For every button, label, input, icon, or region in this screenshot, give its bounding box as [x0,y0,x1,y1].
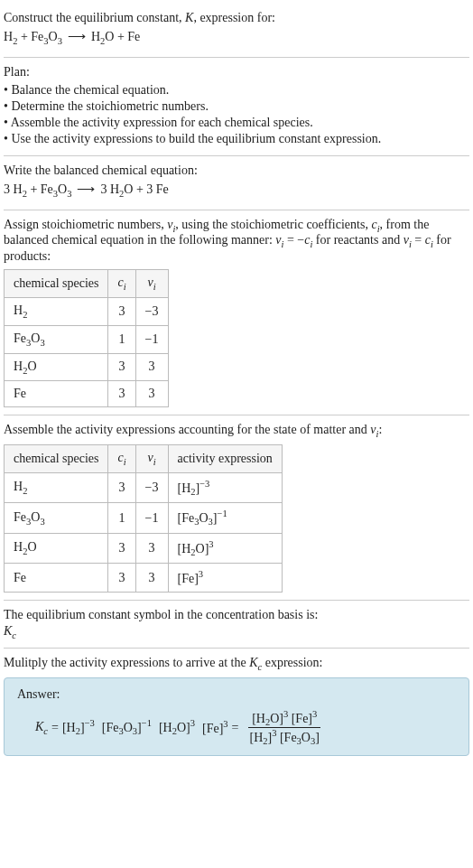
table-row: H2 3 −3 [5,297,169,325]
th2-vi-sub: i [153,457,156,467]
mult-text: Mulitply the activity expressions to arr… [4,656,469,672]
a-sp3c: O [27,540,36,554]
at4sup: 3 [223,719,227,729]
cell-species: Fe [5,564,108,593]
assign-section: Assign stoichiometric numbers, νi, using… [4,210,469,416]
b-r2bsub: 3 [67,189,71,199]
sp-h2o-h: H [14,359,23,373]
kc-sub: c [12,630,16,640]
stoich-table: chemical species ci νi H2 3 −3 Fe3O3 1 −… [4,269,169,407]
plan-section: Plan: • Balance the chemical equation. •… [4,58,469,156]
cell-vi: 3 [135,381,168,407]
th-species: chemical species [5,445,108,473]
assign-text: Assign stoichiometric numbers, νi, using… [4,218,469,265]
d2b: O [301,731,311,744]
a-sp2c: O [31,510,40,524]
balanced-section: Write the balanced chemical equation: 3 … [4,156,469,210]
assign-t1: Assign stoichiometric numbers, [4,218,167,231]
plan-item-2: • Determine the stoichiometric numbers. [4,99,469,114]
at3b: O] [177,721,190,734]
a4-sup: 3 [199,569,203,579]
arrow-icon: ⟶ [68,29,86,44]
assign-eq2b: = [412,233,425,247]
cell-species: H2O [5,533,108,563]
a-sp2a: Fe [14,510,26,524]
mult-k: K [249,656,257,669]
cell-vi: −1 [135,325,168,353]
plan-item-3: • Assemble the activity expression for e… [4,116,469,130]
ans-kc: Kc [35,720,48,736]
sp-osub: 3 [40,338,44,348]
multiply-section: Mulitply the activity expressions to arr… [4,649,469,764]
coef-1: 3 [4,182,14,196]
cell-species: Fe [5,381,108,407]
product-o: O [105,30,114,43]
table-row: Fe3O3 1 −1 [Fe3O3]−1 [5,503,283,533]
at2sup: −1 [142,718,152,728]
cell-species: H2 [5,297,108,325]
kc-equation: Kc = [H2]−3 [Fe3O3]−1 [H2O]3 [Fe]3 = [H2… [17,709,456,747]
sp-hsub: 2 [23,310,27,320]
at3sup: 3 [190,718,195,728]
cell-ci: 3 [108,353,135,381]
ans-eq: = [51,721,59,735]
mult-t2: expression: [262,656,322,669]
coef-2: 3 [100,182,110,196]
cell-vi: −3 [135,297,168,325]
cell-species: H2O [5,353,108,381]
table-row: Fe 3 3 [5,381,169,407]
sp-fe: Fe [14,331,26,345]
table-row: Fe3O3 1 −1 [5,325,169,353]
reactant-fe: Fe [31,30,43,43]
b-p2: Fe [156,182,169,196]
ans-eq2: = [232,721,239,735]
at3a: [H [159,721,172,734]
plus-2: + [114,30,127,43]
b-p1b: O [124,182,133,196]
a-sp1a: H [14,480,23,493]
at2b: O [124,721,133,734]
b-plus2: + [133,182,146,196]
d1a: [H [249,731,263,744]
table-row: H2O 3 3 [H2O]3 [5,533,283,563]
a-sp3a: H [14,540,23,554]
table-row: Fe 3 3 [Fe]3 [5,564,283,593]
cell-activity: [Fe]3 [168,564,282,593]
b-r1: H [14,182,23,196]
cell-ci: 1 [108,503,135,533]
title-text-2: , expression for: [193,11,275,24]
cell-vi: −3 [135,472,168,502]
symbol-text: The equilibrium constant symbol in the c… [4,608,469,622]
mult-t1: Mulitply the activity expressions to arr… [4,656,249,669]
th-activity: activity expression [168,445,282,473]
a3-1: [H [178,542,191,555]
a4-1: [Fe] [178,572,199,585]
a1-1: [H [178,481,191,495]
sp-h2o-o: O [27,359,36,373]
activity-table: chemical species ci νi activity expressi… [4,444,283,593]
title-k: K [185,11,193,24]
plan-list: • Balance the chemical equation. • Deter… [4,83,469,146]
ans-fraction: [H2O]3 [Fe]3 [H2]3 [Fe3O3] [246,709,322,747]
table-row: H2O 3 3 [5,353,169,381]
n2a: [Fe] [292,711,312,724]
a2-1: [Fe [178,511,195,525]
at1sup: −3 [85,718,95,728]
cell-ci: 3 [108,472,135,502]
plan-item-4: • Use the activity expressions to build … [4,132,469,146]
act-t2: : [378,423,382,436]
n2sup: 3 [312,709,317,719]
cell-activity: [Fe3O3]−1 [168,503,282,533]
th-vi-sub: i [153,282,156,292]
a2-2: O [199,511,208,525]
ans-term4: [Fe]3 [202,719,228,736]
answer-box: Answer: Kc = [H2]−3 [Fe3O3]−1 [H2O]3 [Fe… [4,677,469,757]
n1b: O] [270,711,283,724]
n1a: [H [252,711,265,724]
b-arrow-icon: ⟶ [77,182,95,197]
th-ci: ci [108,445,135,473]
cell-ci: 3 [108,381,135,407]
cell-vi: 3 [135,533,168,563]
ans-term2: [Fe3O3]−1 [102,718,152,736]
cell-species: H2 [5,472,108,502]
